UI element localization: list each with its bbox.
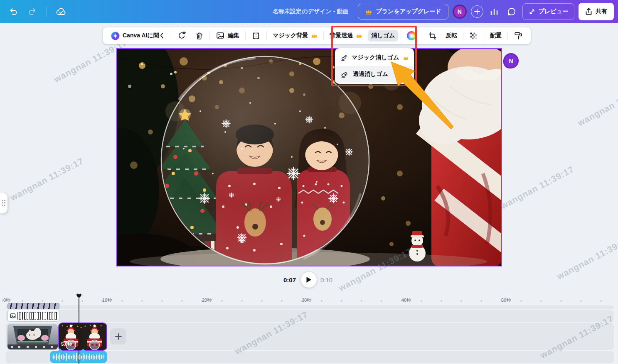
watermark: wangnan 11:39:17 [555, 235, 618, 281]
ruler-label-30: 30秒 [302, 297, 311, 303]
account-avatar[interactable]: N [453, 5, 467, 19]
crop-icon [428, 32, 437, 40]
ask-canva-ai-label: Canva AIに聞く [123, 32, 165, 39]
element-track-clip[interactable] [7, 310, 59, 322]
playhead-heart-icon [76, 293, 82, 298]
preview-button[interactable]: プレビュー [522, 3, 574, 20]
magic-eraser-menu-item[interactable]: マジック消しゴム [335, 49, 414, 66]
toolbar-separator [401, 31, 401, 40]
ask-canva-ai-button[interactable]: Canva AIに聞く [108, 29, 168, 42]
crown-icon [403, 55, 409, 61]
color-picker-button[interactable] [404, 29, 419, 42]
eraser-button[interactable]: 消しゴム [368, 30, 398, 42]
trash-icon [195, 32, 204, 40]
crown-icon [356, 33, 362, 39]
comment-bubble-icon [507, 7, 516, 16]
bar-chart-icon [490, 7, 499, 16]
toolbar-separator [266, 31, 267, 40]
redo-button[interactable] [26, 5, 39, 18]
canvas-video-frame[interactable] [116, 48, 502, 266]
delete-button[interactable] [192, 29, 207, 42]
total-time: 0:10 [320, 276, 332, 283]
share-upload-icon [585, 8, 592, 15]
playhead-marker[interactable] [76, 293, 82, 300]
watermark: wangnan 11:39:17 [9, 156, 85, 203]
ruler-label-20: 20秒 [202, 297, 212, 303]
header-separator [47, 6, 47, 17]
collaborator-cursor-badge: N [503, 53, 519, 68]
avatar-initial: N [458, 8, 462, 15]
collapsed-track-clip[interactable] [7, 303, 59, 309]
preview-label: プレビュー [539, 8, 568, 15]
context-toolbar: Canva AIに聞く 編集 マジック背景 [103, 27, 531, 44]
paint-roller-icon [514, 31, 523, 40]
replace-media-button[interactable] [174, 29, 189, 42]
video-clip-1-thumbnail [7, 324, 58, 349]
reverse-button[interactable]: 反転 [443, 30, 460, 42]
cloud-save-status[interactable] [54, 5, 68, 18]
playhead-line[interactable] [79, 298, 79, 364]
ruler-label-10: 10秒 [102, 297, 112, 303]
plus-icon [115, 333, 122, 340]
position-label: 配置 [490, 32, 502, 39]
magic-background-button[interactable]: マジック背景 [270, 30, 320, 42]
toolbar-separator [209, 31, 210, 40]
toolbar-separator [484, 31, 484, 40]
transparent-eraser-menu-item[interactable]: 透過消しゴム [335, 66, 414, 83]
video-clip-2-frame-2 [83, 323, 106, 350]
flip-horizontal-icon [251, 31, 261, 40]
eraser-dropdown-menu: マジック消しゴム 透過消しゴム [335, 48, 414, 84]
play-button[interactable] [301, 272, 317, 288]
upgrade-plan-label: プランをアップグレード [376, 8, 441, 15]
background-remove-button[interactable]: 背景透過 [327, 30, 365, 42]
comments-button[interactable] [505, 5, 518, 18]
timeline-track-collapsed[interactable] [6, 305, 614, 309]
toolbar-separator [323, 31, 324, 40]
transparency-button[interactable] [466, 29, 481, 42]
edit-image-button[interactable]: 編集 [213, 29, 242, 42]
watermark: wangnan 11:39:17 [499, 164, 576, 211]
plus-icon [474, 9, 480, 15]
timeline-divider [0, 292, 618, 292]
timeline-track-elements[interactable] [6, 310, 614, 322]
invite-member-button[interactable] [471, 5, 483, 18]
insights-button[interactable] [488, 5, 501, 18]
crop-button[interactable] [425, 29, 440, 42]
undo-button[interactable] [7, 5, 20, 18]
video-clip-1[interactable] [7, 324, 58, 349]
video-clip-2-selected[interactable] [58, 322, 107, 351]
ruler-label-0: 0秒 [3, 297, 10, 303]
collaborator-initial: N [509, 58, 513, 64]
crown-icon [311, 33, 318, 39]
image-icon [10, 313, 16, 319]
edit-image-icon [216, 31, 225, 40]
flip-button[interactable] [249, 29, 263, 42]
add-clip-button[interactable] [110, 328, 126, 344]
canvas-photo [117, 49, 501, 266]
magic-eraser-label: マジック消しゴム [352, 54, 399, 61]
redo-icon [28, 7, 37, 16]
element-clip-pattern [17, 312, 57, 320]
share-label: 共有 [596, 8, 607, 15]
ruler-label-50: 50秒 [501, 297, 511, 303]
app-header: 名称未設定のデザイン - 動画 プランをアップグレード N [0, 0, 618, 23]
position-button[interactable]: 配置 [487, 30, 505, 42]
edit-label: 編集 [228, 32, 239, 39]
copy-style-button[interactable] [511, 29, 526, 42]
magic-eraser-icon [340, 54, 347, 62]
toolbar-separator [171, 31, 171, 40]
design-title[interactable]: 名称未設定のデザイン - 動画 [273, 0, 348, 23]
play-icon [306, 276, 312, 283]
canva-ai-icon [111, 32, 120, 40]
toolbar-separator [422, 31, 422, 40]
current-time: 0:07 [283, 276, 296, 283]
ruler-label-40: 40秒 [401, 297, 411, 303]
rotate-plus-icon [177, 31, 186, 40]
color-wheel-icon [407, 31, 416, 40]
transparent-eraser-label: 透過消しゴム [353, 71, 388, 78]
toolbar-separator [245, 31, 246, 40]
left-panel-handle[interactable] [0, 193, 7, 213]
upgrade-plan-button[interactable]: プランをアップグレード [358, 4, 448, 20]
crown-icon [365, 8, 372, 15]
share-button[interactable]: 共有 [579, 3, 614, 20]
